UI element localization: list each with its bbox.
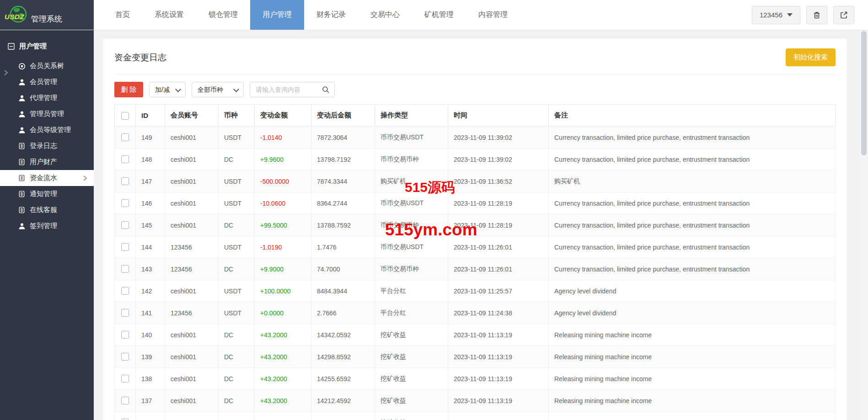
trash-button[interactable] [806,6,827,24]
nav-item[interactable]: 财务记录 [304,0,358,30]
row-checkbox[interactable] [121,353,129,361]
nav-item-label: 财务记录 [316,10,346,20]
sidebar-item[interactable]: 管理员管理 [0,106,94,122]
cell-type: 币币交易币种 [375,149,448,170]
sidebar-item[interactable]: 代理管理 [0,90,94,106]
row-checkbox[interactable] [121,221,129,229]
cell-change: +100.0000 [255,280,311,302]
sidebar-item[interactable]: 通知管理 [0,186,94,202]
sidebar-item[interactable]: 会员管理 [0,74,94,90]
table-row: 143 123456 DC +9.9000 74.7000 币币交易币种 202… [115,258,836,280]
sidebar-item-label: 签到管理 [30,222,57,230]
user-dropdown[interactable]: 123456 [752,6,800,24]
cell-after: 8484.3944 [311,280,375,302]
table-row: 148 ceshi001 DC +9.9600 13798.7192 币币交易币… [115,149,836,170]
logout-button[interactable] [833,6,854,24]
minus-square-icon [8,43,15,50]
search-input[interactable] [250,86,322,93]
row-checkbox[interactable] [121,331,129,339]
cell-id: 141 [136,302,165,324]
row-checkbox[interactable] [121,287,129,295]
sidebar-item[interactable]: 签到管理 [0,218,94,234]
sidebar-item-label: 资金流水 [30,174,57,182]
cell-id: 147 [136,170,165,192]
currency-select[interactable]: 全部币种 [192,82,244,97]
type-select-wrap: 加/减 [149,82,186,97]
row-checkbox[interactable] [121,375,129,383]
cell-change: +43.2000 [255,368,311,390]
topbar: USDZ 管理系统 首页 系统设置 锁仓管理 用户管理 财务记录 [0,0,868,30]
cell-account: ceshi001 [165,127,219,149]
type-select[interactable]: 加/减 [149,82,186,97]
row-checkbox[interactable] [121,199,129,207]
select-all-checkbox[interactable] [121,112,129,120]
cell-change: +9.9600 [255,149,311,170]
nav-item[interactable]: 系统设置 [142,0,196,30]
cell-type: 购买矿机 [375,170,448,192]
cell-remark: Currency transaction, limited price purc… [549,149,836,170]
table-row: 147 ceshi001 USDT -500.0000 7874.3344 购买… [115,170,836,192]
cell-change: -1.0190 [255,236,311,258]
cell-remark: Currency transaction, limited price purc… [549,258,836,280]
sidebar-item[interactable]: 登录日志 [0,138,94,154]
nav-item[interactable]: 锁仓管理 [196,0,250,30]
sidebar-item[interactable]: 资金流水 [0,170,94,186]
sidebar-item-icon [18,111,26,118]
row-checkbox[interactable] [121,133,129,141]
nav-item[interactable]: 内容管理 [466,0,520,30]
cell-account: ceshi001 [165,280,219,302]
cell-remark: Currency transaction, limited price purc… [549,236,836,258]
sidebar-item[interactable]: 在线客服 [0,202,94,218]
cell-id: 143 [136,258,165,280]
cell-currency: USDT [219,127,255,149]
cell-change: -10.0600 [255,192,311,214]
row-checkbox[interactable] [121,155,129,163]
cell-after: 74.7000 [311,258,375,280]
page-scrollbar[interactable] [860,30,868,420]
cell-id: 139 [136,346,165,368]
cell-currency: USDT [219,170,255,192]
sidebar-section-header[interactable]: 用户管理 [0,30,94,58]
cell-change: +0.0000 [255,302,311,324]
scrollbar-thumb[interactable] [861,31,867,155]
nav-item[interactable]: 首页 [103,0,142,30]
row-checkbox[interactable] [121,265,129,273]
init-search-button[interactable]: 初始化搜索 [786,48,836,66]
sidebar-item-icon [18,159,26,166]
nav-item-label: 用户管理 [263,10,292,20]
nav-item[interactable]: 交易中心 [358,0,412,30]
cell-time: 2023-11-09 11:13:19 [448,390,549,412]
cell-change: +43.2000 [255,324,311,346]
row-checkbox[interactable] [121,177,129,185]
sidebar-item-icon [18,223,26,230]
nav-item[interactable]: 用户管理 [250,0,304,30]
toolbar: 删 除 加/减 全部币种 [114,82,836,97]
cell-account: ceshi001 [165,170,219,192]
cell-change: +43.2000 [255,346,311,368]
sidebar-menu: 会员关系树 会员管理 代理管理 管理员管理 [0,58,94,234]
sidebar-item[interactable]: 会员等级管理 [0,122,94,138]
row-checkbox[interactable] [121,243,129,251]
cell-type: 平台分红 [375,302,448,324]
sidebar-item[interactable]: 会员关系树 [0,58,94,74]
sidebar-item-icon [18,207,26,214]
cell-type: 平台分红 [375,280,448,302]
cell-time: 2023-11-09 11:26:01 [448,258,549,280]
col-change: 变动金额 [255,105,311,127]
nav-item[interactable]: 矿机管理 [412,0,466,30]
content-card: 资金变更日志 初始化搜索 删 除 加/减 全部币种 [103,39,847,420]
sidebar-item-icon [18,95,26,102]
table-row: 142 ceshi001 USDT +100.0000 8484.3944 平台… [115,280,836,302]
cell-after: 13788.7592 [311,214,375,236]
delete-button[interactable]: 删 除 [114,82,143,97]
cell-after: 2.7666 [311,302,375,324]
main-nav: 首页 系统设置 锁仓管理 用户管理 财务记录 交易中心 矿机管理 [103,0,520,30]
cell-change: +99.5000 [255,214,311,236]
cell-account: ceshi001 [165,214,219,236]
cell-type: 币币交易币种 [375,214,448,236]
row-checkbox[interactable] [121,309,129,317]
search-icon[interactable] [322,86,330,94]
sidebar-item[interactable]: 用户财产 [0,154,94,170]
cell-time: 2023-11-09 11:28:19 [448,214,549,236]
row-checkbox[interactable] [121,397,129,404]
